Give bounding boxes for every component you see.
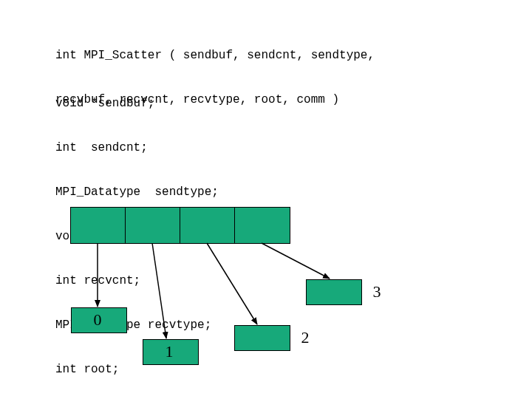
svg-line-3 (262, 243, 330, 279)
sig-line-1: int MPI_Scatter ( sendbuf, sendcnt, send… (55, 48, 375, 63)
decl-1: void *sendbuf; (55, 96, 219, 111)
decl-3: MPI_Datatype sendtype; (55, 185, 219, 200)
source-cell-1 (125, 207, 181, 244)
source-cell-0 (70, 207, 126, 244)
label-2: 2 (290, 328, 320, 347)
source-cell-2 (180, 207, 236, 244)
label-1: 1 (154, 342, 184, 361)
label-3: 3 (362, 282, 392, 301)
label-0: 0 (83, 310, 112, 330)
decl-5: int recvcnt; (55, 273, 219, 288)
source-cell-3 (234, 207, 290, 244)
dest-box-2 (234, 325, 290, 351)
decl-2: int sendcnt; (55, 140, 219, 155)
dest-box-3 (306, 279, 362, 305)
